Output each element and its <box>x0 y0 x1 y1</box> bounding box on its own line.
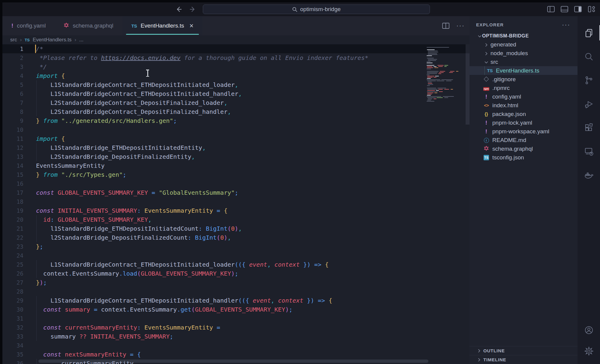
line-number: 16 <box>2 179 23 188</box>
code-line-23[interactable]: 23}; <box>2 242 470 251</box>
line-number: 27 <box>2 278 23 287</box>
code-line-6[interactable]: 6 L1StandardBridgeContract_ETHDepositIni… <box>2 89 470 98</box>
tree-item-schema-graphql[interactable]: schema.graphql <box>470 144 578 153</box>
code-line-25[interactable]: 25 L1StandardBridgeContract_ETHDepositIn… <box>2 260 470 269</box>
code-line-20[interactable]: 20 id: GLOBAL_EVENTS_SUMMARY_KEY, <box>2 215 470 224</box>
code-line-10[interactable]: 10 <box>2 125 470 134</box>
code-line-5[interactable]: 5 L1StandardBridgeContract_ETHDepositIni… <box>2 80 470 89</box>
indent-guide <box>36 143 37 161</box>
explorer-icon[interactable] <box>578 21 600 45</box>
code-line-34[interactable]: 34 <box>2 341 470 350</box>
code-line-18[interactable]: 18 <box>2 197 470 206</box>
code-line-3[interactable]: 3 */ <box>2 62 470 71</box>
settings-icon[interactable] <box>578 341 600 362</box>
breadcrumb-separator: › <box>20 37 22 43</box>
code-line-4[interactable]: 4import { <box>2 71 470 80</box>
toggle-secondary-sidebar-icon[interactable] <box>574 5 582 13</box>
more-actions-icon[interactable]: ··· <box>456 24 465 27</box>
code-line-22[interactable]: 22 l2StandardBridge_DepositFinalizedCoun… <box>2 233 470 242</box>
code-line-27[interactable]: 27}); <box>2 278 470 287</box>
code-line-33[interactable]: 33 summary ?? INITIAL_EVENTS_SUMMARY; <box>2 332 470 341</box>
code-line-31[interactable]: 31 <box>2 314 470 323</box>
code-line-8[interactable]: 8 L2StandardBridgeContract_DepositFinali… <box>2 107 470 116</box>
code-line-14[interactable]: 14EventsSummaryEntity <box>2 161 470 170</box>
code-line-24[interactable]: 24 <box>2 251 470 260</box>
yaml-icon: ! <box>11 22 13 29</box>
line-number: 35 <box>2 350 23 359</box>
typescript-icon: TS <box>131 23 137 28</box>
tree-item-src[interactable]: src <box>470 58 578 66</box>
minimap[interactable] <box>426 47 465 167</box>
toggle-primary-sidebar-icon[interactable] <box>547 5 555 13</box>
code-line-19[interactable]: 19const INITIAL_EVENTS_SUMMARY: EventsSu… <box>2 206 470 215</box>
graphql-icon <box>64 23 69 29</box>
line-number: 31 <box>2 314 23 323</box>
line-number: 28 <box>2 287 23 296</box>
toggle-panel-icon[interactable] <box>560 5 569 13</box>
customize-layout-icon[interactable] <box>587 5 596 13</box>
code-line-11[interactable]: 11import { <box>2 134 470 143</box>
extensions-icon[interactable] <box>578 116 600 139</box>
line-number: 33 <box>2 332 23 341</box>
tree-item-readme-md[interactable]: iREADME.md <box>470 136 578 144</box>
code-line-21[interactable]: 21 l1StandardBridge_ETHDepositInitiatedC… <box>2 224 470 233</box>
code-line-35[interactable]: 35 const nextSummaryEntity = { <box>2 350 470 359</box>
code-line-15[interactable]: 15} from "./src/Types.gen"; <box>2 170 470 179</box>
docker-icon[interactable] <box>578 163 600 187</box>
code-line-30[interactable]: 30 const summary = context.EventsSummary… <box>2 305 470 314</box>
code-line-32[interactable]: 32 const currentSummaryEntity: EventsSum… <box>2 323 470 332</box>
source-control-icon[interactable] <box>578 68 600 92</box>
code-line-13[interactable]: 13 L2StandardBridge_DepositFinalizedEnti… <box>2 152 470 161</box>
code-line-2[interactable]: 2 *Please refer to https://docs.envio.de… <box>2 53 470 62</box>
tree-item--gitignore[interactable]: .gitignore <box>470 75 578 84</box>
tab-schema-graphql[interactable]: schema.graphql <box>55 16 122 35</box>
account-icon[interactable] <box>578 320 600 341</box>
tree-item-tsconfig-json[interactable]: TStsconfig.json <box>470 153 578 162</box>
line-number: 2 <box>2 53 23 62</box>
run-debug-icon[interactable] <box>578 92 600 116</box>
tab-config-yaml[interactable]: !config.yaml <box>2 16 55 35</box>
line-number: 8 <box>2 107 23 116</box>
tree-item-index-html[interactable]: <>index.html <box>470 101 578 110</box>
code-line-29[interactable]: 29 L1StandardBridgeContract_ETHDepositIn… <box>2 296 470 305</box>
vertical-scrollbar[interactable] <box>466 44 470 125</box>
line-number: 21 <box>2 224 23 233</box>
breadcrumb-separator: › <box>74 37 76 43</box>
explorer-more-icon[interactable]: ··· <box>562 23 570 26</box>
tree-item-pnpm-workspace-yaml[interactable]: !pnpm-workspace.yaml <box>470 127 578 136</box>
tree-item--npmrc[interactable]: npm.npmrc <box>470 84 578 92</box>
tree-item-package-json[interactable]: {}package.json <box>470 110 578 118</box>
panel-timeline[interactable]: TIMELINE <box>470 355 578 364</box>
tree-item-generated[interactable]: generated <box>470 40 578 49</box>
tab-eventhandlers-ts[interactable]: TSEventHandlers.ts× <box>122 16 202 35</box>
code-line-1[interactable]: 1/* <box>2 44 470 53</box>
panel-outline[interactable]: OUTLINE <box>470 346 578 355</box>
tree-root-optimism-bridge[interactable]: OPTIMISM-BRIDGE <box>470 31 578 40</box>
tree-item-node-modules[interactable]: node_modules <box>470 49 578 58</box>
code-line-17[interactable]: 17const GLOBAL_EVENTS_SUMMARY_KEY = "Glo… <box>2 188 470 197</box>
back-arrow-icon[interactable] <box>174 5 183 13</box>
code-editor[interactable]: 1/*2 *Please refer to https://docs.envio… <box>2 44 470 364</box>
tree-item-eventhandlers-ts[interactable]: TSEventHandlers.ts <box>470 66 578 75</box>
code-line-28[interactable]: 28 <box>2 287 470 296</box>
code-line-16[interactable]: 16 <box>2 179 470 188</box>
horizontal-scrollbar[interactable] <box>38 360 428 363</box>
chevron-down-icon <box>477 34 482 38</box>
breadcrumb-item[interactable]: ... <box>79 37 83 43</box>
split-editor-icon[interactable] <box>442 22 450 29</box>
command-center-search[interactable]: optimism-bridge <box>203 4 430 14</box>
breadcrumb-item[interactable]: EventHandlers.ts <box>33 37 71 43</box>
search-icon[interactable] <box>578 45 600 68</box>
tree-item-pnpm-lock-yaml[interactable]: !pnpm-lock.yaml <box>470 118 578 127</box>
editor-group: !config.yamlschema.graphqlTSEventHandler… <box>2 16 470 364</box>
close-tab-icon[interactable]: × <box>190 22 194 29</box>
code-line-9[interactable]: 9} from "../generated/src/Handlers.gen"; <box>2 116 470 125</box>
remote-explorer-icon[interactable] <box>578 139 600 163</box>
code-line-26[interactable]: 26 context.EventsSummary.load(GLOBAL_EVE… <box>2 269 470 278</box>
code-line-7[interactable]: 7 L2StandardBridgeContract_DepositFinali… <box>2 98 470 107</box>
breadcrumb-item[interactable]: src <box>10 37 17 43</box>
code-line-12[interactable]: 12 L1StandardBridge_ETHDepositInitiatedE… <box>2 143 470 152</box>
line-number: 15 <box>2 170 23 179</box>
forward-arrow-icon[interactable] <box>188 5 197 13</box>
tree-item-config-yaml[interactable]: !config.yaml <box>470 92 578 101</box>
